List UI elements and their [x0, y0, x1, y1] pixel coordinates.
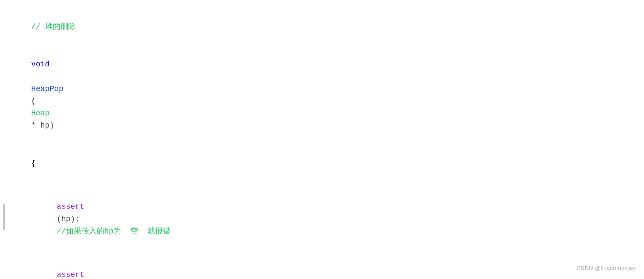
code-line-brace-open: {: [13, 145, 631, 182]
comment-title: // 堆的删除: [31, 23, 75, 31]
code-line-comment-title: // 堆的删除: [13, 9, 631, 45]
code-line-assert2: assert (hp->size > 0); //删除数据时堆不能为空: [13, 256, 631, 279]
paren-open: (: [31, 97, 36, 105]
code-line-function-sig: void HeapPop ( Heap * hp): [13, 46, 631, 144]
watermark: CSDN @liuyunluoxiao: [577, 264, 635, 273]
brace-open: {: [31, 159, 36, 168]
assert-keyword-2: assert: [57, 270, 84, 279]
space1: [31, 72, 36, 81]
function-name: HeapPop: [31, 85, 63, 93]
assert1-comment: //如果传入的hp为 空 就报错: [57, 227, 170, 236]
type-heap: Heap: [31, 109, 49, 117]
param-hp: * hp): [31, 121, 54, 130]
spacer-2: [13, 251, 631, 256]
assert-keyword-1: assert: [57, 202, 84, 211]
assert1-args: (hp);: [57, 215, 80, 223]
code-container: // 堆的删除 void HeapPop ( Heap * hp) { asse…: [0, 0, 644, 279]
code-line-assert1: assert (hp); //如果传入的hp为 空 就报错: [13, 188, 631, 250]
keyword-void: void: [31, 60, 49, 68]
spacer-1: [13, 182, 631, 188]
left-border-marker: [3, 204, 5, 230]
